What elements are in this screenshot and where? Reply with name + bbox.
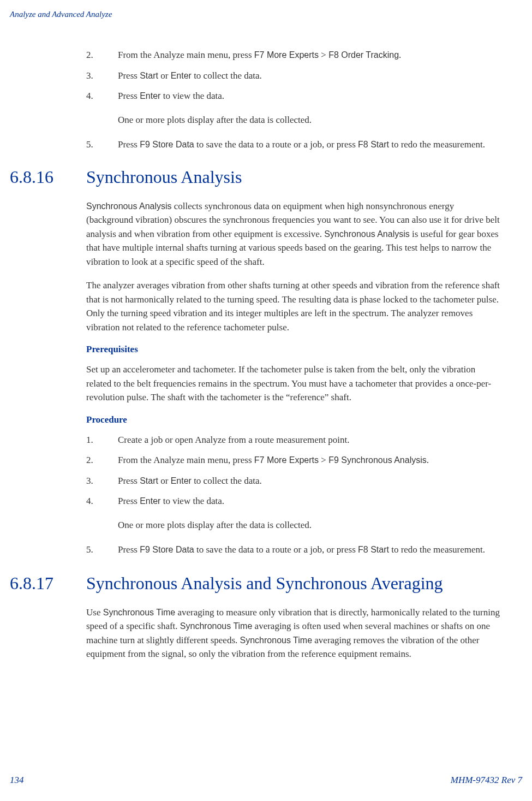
step-text: Press Enter to view the data. One or mor… [118, 89, 501, 131]
ui-term: F9 Store Data [140, 545, 194, 554]
text: Press [118, 476, 140, 486]
ui-term: Enter [171, 476, 192, 485]
step-number: 3. [86, 69, 118, 83]
ui-term: Synchronous Time [180, 621, 253, 631]
text: From the Analyze main menu, press [118, 50, 254, 60]
ui-term: Enter [140, 496, 160, 506]
ui-term: Start [140, 71, 158, 80]
step-5: 5. Press F9 Store Data to save the data … [86, 543, 501, 557]
step-2: 2. From the Analyze main menu, press F7 … [86, 453, 501, 467]
ui-term: Enter [171, 71, 192, 80]
text: . [399, 50, 401, 60]
text: Press [118, 544, 140, 555]
step-number: 4. [86, 89, 118, 131]
ui-term: Enter [140, 91, 160, 100]
page-number: 134 [10, 775, 24, 786]
paragraph: Use Synchronous Time averaging to measur… [86, 606, 501, 661]
section-6-8-17: 6.8.17 Synchronous Analysis and Synchron… [10, 573, 522, 661]
section-title: Synchronous Analysis [86, 167, 501, 187]
text: or [158, 70, 171, 81]
section-6-8-16: 6.8.16 Synchronous Analysis Synchronous … [10, 167, 522, 557]
section-number: 6.8.17 [10, 573, 53, 594]
text: Press [118, 496, 140, 506]
step-number: 5. [86, 138, 118, 152]
text: Press [118, 139, 140, 150]
step-text: Press F9 Store Data to save the data to … [118, 543, 501, 557]
doc-number: MHM-97432 Rev 7 [451, 775, 522, 786]
step-3: 3. Press Start or Enter to collect the d… [86, 69, 501, 83]
text: to view the data. [160, 91, 224, 101]
step-text: Create a job or open Analyze from a rout… [118, 433, 501, 447]
text: to save the data to a route or a job, or… [194, 139, 358, 150]
ui-term: Synchronous Analysis [86, 201, 172, 211]
step-2: 2. From the Analyze main menu, press F7 … [86, 48, 501, 62]
text: or [158, 476, 171, 486]
ui-term: F9 Synchronous Analysis [328, 455, 427, 465]
text: to redo the measurement. [389, 139, 485, 150]
step-number: 1. [86, 433, 118, 447]
section-body: Synchronous Analysis Synchronous Analysi… [86, 167, 501, 557]
paragraph: Synchronous Analysis collects synchronou… [86, 199, 501, 269]
text: to collect the data. [192, 70, 262, 81]
section-number: 6.8.16 [10, 167, 53, 187]
section-body: Synchronous Analysis and Synchronous Ave… [86, 573, 501, 661]
step-text: From the Analyze main menu, press F7 Mor… [118, 48, 501, 62]
text: to redo the measurement. [389, 544, 485, 555]
text: Press [118, 70, 140, 81]
step-text: Press Enter to view the data. One or mor… [118, 494, 501, 536]
text: From the Analyze main menu, press [118, 455, 254, 465]
prerequisites-heading: Prerequisites [86, 344, 501, 355]
step-4: 4. Press Enter to view the data. One or … [86, 494, 501, 536]
text: > [319, 50, 328, 60]
section-title: Synchronous Analysis and Synchronous Ave… [86, 573, 501, 594]
step-number: 2. [86, 48, 118, 62]
paragraph: Set up an accelerometer and tachometer. … [86, 363, 501, 405]
procedure-heading: Procedure [86, 414, 501, 425]
ui-term: F7 More Experts [254, 455, 319, 465]
text: Press [118, 91, 140, 101]
content-area: 2. From the Analyze main menu, press F7 … [10, 48, 522, 678]
text: to view the data. [160, 496, 224, 506]
step-number: 3. [86, 474, 118, 488]
ui-term: Synchronous Time [103, 608, 176, 617]
step-number: 4. [86, 494, 118, 536]
text: Use [86, 607, 103, 618]
text: . [427, 455, 429, 465]
ui-term: Synchronous Time [240, 636, 313, 645]
text: to save the data to a route or a job, or… [194, 544, 358, 555]
ui-term: F8 Start [358, 545, 389, 554]
ui-term: F9 Store Data [140, 140, 194, 149]
step-text: From the Analyze main menu, press F7 Mor… [118, 453, 501, 467]
step-number: 2. [86, 453, 118, 467]
step-text: Press Start or Enter to collect the data… [118, 69, 501, 83]
page-header: Analyze and Advanced Analyze [10, 10, 112, 19]
step-5: 5. Press F9 Store Data to save the data … [86, 138, 501, 152]
ui-term: F7 More Experts [254, 50, 319, 60]
top-steps-list: 2. From the Analyze main menu, press F7 … [86, 48, 501, 152]
step-sub-text: One or more plots display after the data… [118, 518, 501, 532]
step-number: 5. [86, 543, 118, 557]
step-sub-text: One or more plots display after the data… [118, 113, 501, 127]
step-3: 3. Press Start or Enter to collect the d… [86, 474, 501, 488]
step-4: 4. Press Enter to view the data. One or … [86, 89, 501, 131]
ui-term: F8 Order Tracking [328, 50, 399, 60]
step-text: Press F9 Store Data to save the data to … [118, 138, 501, 152]
paragraph: The analyzer averages vibration from oth… [86, 278, 501, 334]
step-1: 1. Create a job or open Analyze from a r… [86, 433, 501, 447]
ui-term: Start [140, 476, 158, 485]
step-text: Press Start or Enter to collect the data… [118, 474, 501, 488]
page-footer: 134 MHM-97432 Rev 7 [10, 775, 522, 786]
text: to collect the data. [192, 476, 262, 486]
ui-term: F8 Start [358, 140, 389, 149]
ui-term: Synchronous Analysis [324, 229, 410, 239]
text: > [319, 455, 328, 465]
